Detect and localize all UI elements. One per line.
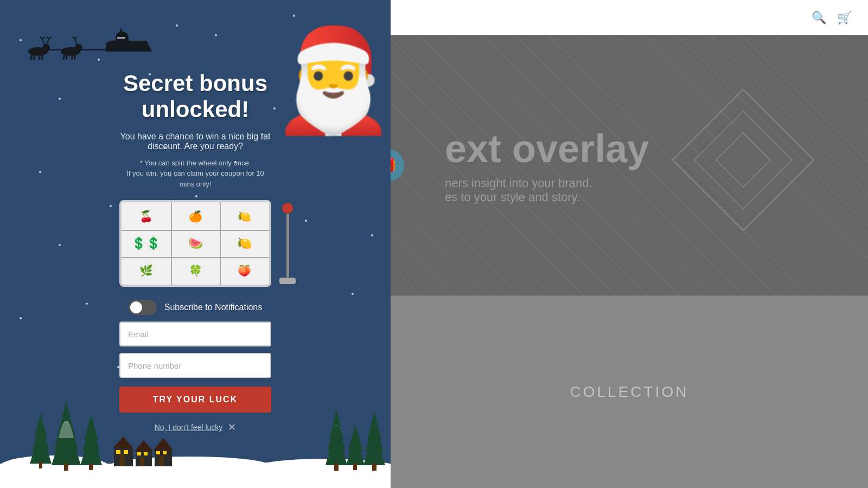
- slot-cell: 🌿: [123, 257, 169, 284]
- slot-cell: 💲💲: [123, 230, 169, 257]
- collection-title: COLLECTION: [570, 383, 689, 401]
- svg-rect-55: [137, 452, 141, 455]
- slot-cell: 🍋: [221, 230, 267, 257]
- svg-line-14: [49, 37, 51, 39]
- svg-marker-1: [694, 111, 792, 209]
- svg-rect-51: [124, 450, 128, 454]
- phone-input[interactable]: [119, 353, 271, 378]
- slot-divider: [220, 202, 221, 285]
- svg-line-23: [75, 37, 77, 39]
- nav-icons: 🔍 🛒: [812, 11, 852, 25]
- slot-divider: [122, 230, 269, 231]
- slot-divider: [171, 202, 172, 285]
- svg-line-9: [42, 39, 44, 44]
- svg-rect-41: [64, 464, 68, 471]
- svg-line-21: [75, 39, 77, 44]
- svg-rect-50: [116, 450, 120, 454]
- slot-frame: 🍒 💲💲 🌿 🍊 🍉 🍀 🍋 🍋 🍑: [119, 200, 271, 287]
- search-icon[interactable]: 🔍: [812, 11, 826, 25]
- main-content: ext overlay ners insight into your brand…: [391, 35, 868, 488]
- hero-sub1: ners insight into your brand.: [445, 176, 649, 190]
- popup-note: * You can spin the wheel only once. If y…: [126, 158, 264, 190]
- slot-col-3: 🍋 🍋 🍑: [220, 200, 269, 287]
- slot-cell: 🍀: [173, 257, 219, 284]
- slot-lever[interactable]: [279, 203, 296, 284]
- collection-section: COLLECTION: [391, 296, 868, 488]
- svg-rect-27: [116, 43, 129, 52]
- hero-sub2: es to your style and story.: [445, 190, 649, 204]
- slot-col-1: 🍒 💲💲 🌿: [122, 200, 171, 287]
- popup-description: You have a chance to win a nice big fatd…: [120, 132, 271, 151]
- svg-rect-46: [89, 464, 93, 470]
- slot-col-2: 🍊 🍉 🍀: [171, 200, 220, 287]
- slot-cell: 🍉: [173, 230, 219, 257]
- svg-marker-2: [716, 133, 770, 187]
- popup-overlay: 🎅 Secret bonusunlocked! You have a chanc…: [0, 0, 391, 488]
- hero-text: ext overlay ners insight into your brand…: [445, 126, 649, 204]
- svg-rect-56: [144, 452, 148, 455]
- svg-line-12: [47, 39, 49, 44]
- hero-title: ext overlay: [445, 126, 649, 171]
- gift-button[interactable]: 🎁: [391, 149, 404, 182]
- slot-machine: 🍒 💲💲 🌿 🍊 🍉 🍀 🍋 🍋 🍑: [119, 200, 271, 287]
- subscribe-row: Subscribe to Notifications: [129, 300, 263, 315]
- cart-icon[interactable]: 🛒: [837, 11, 852, 25]
- try-luck-button[interactable]: TRY YOUR LUCK: [119, 387, 271, 413]
- close-button[interactable]: ✕: [228, 421, 236, 433]
- svg-rect-54: [140, 457, 144, 466]
- svg-rect-49: [119, 454, 125, 466]
- slot-row: 🍒 💲💲 🌿 🍊 🍉 🍀 🍋 🍋 🍑: [122, 200, 269, 287]
- subscribe-label: Subscribe to Notifications: [164, 303, 263, 312]
- santa-character: 🎅: [271, 30, 391, 130]
- svg-rect-37: [39, 462, 42, 468]
- slot-cell: 🍑: [221, 257, 267, 284]
- no-luck-link[interactable]: No, I don't feel lucky: [155, 423, 223, 432]
- hero-section: ext overlay ners insight into your brand…: [391, 35, 868, 296]
- slot-cell: 🍒: [123, 203, 169, 230]
- slot-cell: 🍋: [221, 203, 267, 230]
- no-luck-row: No, I don't feel lucky ✕: [155, 421, 237, 433]
- lever-ball: [282, 203, 293, 214]
- subscribe-toggle[interactable]: [129, 300, 157, 315]
- lever-base: [279, 278, 296, 284]
- svg-line-22: [73, 37, 75, 39]
- svg-rect-65: [334, 464, 339, 471]
- slot-cell: 🍊: [173, 203, 219, 230]
- svg-rect-61: [163, 451, 167, 454]
- lever-stick: [286, 214, 289, 278]
- email-input[interactable]: [119, 322, 271, 346]
- toggle-knob: [130, 301, 142, 313]
- svg-rect-72: [372, 464, 376, 471]
- svg-rect-68: [353, 464, 357, 470]
- svg-line-11: [42, 37, 44, 39]
- santa-sleigh-silhouette: [16, 11, 168, 70]
- svg-rect-59: [159, 456, 164, 466]
- popup-title: Secret bonusunlocked!: [123, 70, 267, 123]
- slot-divider: [122, 257, 269, 258]
- svg-rect-60: [156, 451, 160, 454]
